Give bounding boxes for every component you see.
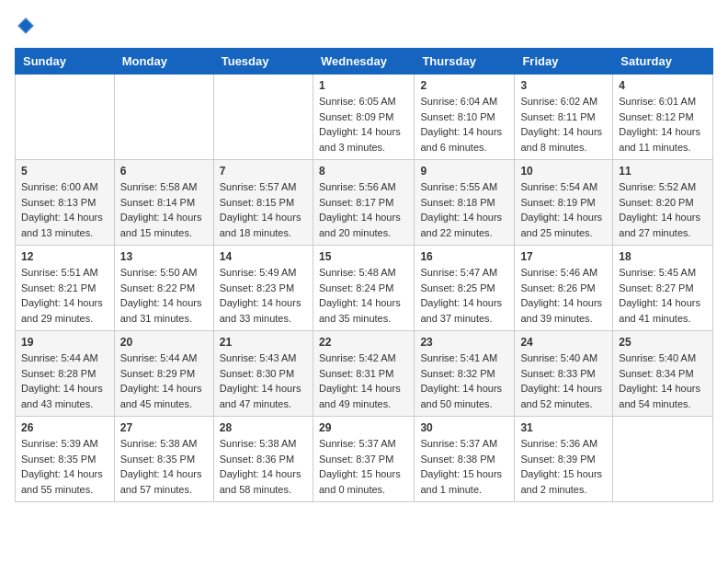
day-of-week-header: Monday: [114, 49, 213, 75]
calendar-cell: 31Sunrise: 5:36 AM Sunset: 8:39 PM Dayli…: [515, 417, 613, 502]
day-info: Sunrise: 5:56 AM Sunset: 8:17 PM Dayligh…: [319, 179, 408, 240]
day-info: Sunrise: 5:42 AM Sunset: 8:31 PM Dayligh…: [319, 350, 408, 411]
day-info: Sunrise: 6:00 AM Sunset: 8:13 PM Dayligh…: [21, 179, 108, 240]
calendar-week-row: 26Sunrise: 5:39 AM Sunset: 8:35 PM Dayli…: [16, 417, 713, 502]
calendar-cell: 2Sunrise: 6:04 AM Sunset: 8:10 PM Daylig…: [415, 75, 515, 160]
calendar-cell: 14Sunrise: 5:49 AM Sunset: 8:23 PM Dayli…: [213, 246, 313, 331]
day-number: 22: [319, 336, 408, 349]
day-info: Sunrise: 5:37 AM Sunset: 8:38 PM Dayligh…: [420, 436, 508, 497]
calendar-week-row: 12Sunrise: 5:51 AM Sunset: 8:21 PM Dayli…: [16, 246, 713, 331]
day-number: 13: [120, 250, 208, 263]
day-info: Sunrise: 5:47 AM Sunset: 8:25 PM Dayligh…: [420, 265, 508, 326]
day-info: Sunrise: 5:54 AM Sunset: 8:19 PM Dayligh…: [520, 179, 607, 240]
calendar-cell: 30Sunrise: 5:37 AM Sunset: 8:38 PM Dayli…: [415, 417, 515, 502]
day-of-week-header: Saturday: [613, 49, 713, 75]
calendar-cell: 17Sunrise: 5:46 AM Sunset: 8:26 PM Dayli…: [515, 246, 613, 331]
day-info: Sunrise: 5:38 AM Sunset: 8:35 PM Dayligh…: [120, 436, 208, 497]
day-info: Sunrise: 6:05 AM Sunset: 8:09 PM Dayligh…: [319, 94, 408, 155]
day-number: 14: [220, 250, 307, 263]
day-info: Sunrise: 6:01 AM Sunset: 8:12 PM Dayligh…: [619, 94, 707, 155]
day-number: 23: [420, 336, 508, 349]
day-number: 8: [319, 165, 408, 178]
calendar-cell: 18Sunrise: 5:45 AM Sunset: 8:27 PM Dayli…: [613, 246, 713, 331]
day-of-week-header: Tuesday: [213, 49, 313, 75]
calendar-header-row: SundayMondayTuesdayWednesdayThursdayFrid…: [16, 49, 713, 75]
calendar-cell: 13Sunrise: 5:50 AM Sunset: 8:22 PM Dayli…: [114, 246, 213, 331]
calendar-cell: 29Sunrise: 5:37 AM Sunset: 8:37 PM Dayli…: [313, 417, 414, 502]
day-info: Sunrise: 5:55 AM Sunset: 8:18 PM Dayligh…: [420, 179, 508, 240]
calendar-cell: 8Sunrise: 5:56 AM Sunset: 8:17 PM Daylig…: [313, 160, 414, 246]
day-info: Sunrise: 5:36 AM Sunset: 8:39 PM Dayligh…: [520, 436, 607, 497]
day-info: Sunrise: 5:52 AM Sunset: 8:20 PM Dayligh…: [619, 179, 707, 240]
calendar-cell: 27Sunrise: 5:38 AM Sunset: 8:35 PM Dayli…: [114, 417, 213, 502]
day-number: 20: [120, 336, 208, 349]
day-info: Sunrise: 5:37 AM Sunset: 8:37 PM Dayligh…: [319, 436, 408, 497]
day-number: 15: [319, 250, 408, 263]
calendar-cell: 19Sunrise: 5:44 AM Sunset: 8:28 PM Dayli…: [16, 331, 115, 417]
day-of-week-header: Thursday: [415, 49, 515, 75]
day-info: Sunrise: 5:43 AM Sunset: 8:30 PM Dayligh…: [220, 350, 307, 411]
calendar-cell: 10Sunrise: 5:54 AM Sunset: 8:19 PM Dayli…: [515, 160, 613, 246]
day-info: Sunrise: 5:39 AM Sunset: 8:35 PM Dayligh…: [21, 436, 108, 497]
day-number: 24: [520, 336, 607, 349]
day-number: 19: [21, 336, 108, 349]
calendar-cell: 20Sunrise: 5:44 AM Sunset: 8:29 PM Dayli…: [114, 331, 213, 417]
calendar-cell: [114, 75, 213, 160]
day-number: 28: [220, 421, 307, 434]
calendar-cell: [16, 75, 115, 160]
calendar-cell: [213, 75, 313, 160]
day-number: 11: [619, 165, 707, 178]
day-info: Sunrise: 5:40 AM Sunset: 8:34 PM Dayligh…: [619, 350, 707, 411]
day-number: 17: [520, 250, 607, 263]
day-info: Sunrise: 5:57 AM Sunset: 8:15 PM Dayligh…: [220, 179, 307, 240]
day-number: 18: [619, 250, 707, 263]
day-info: Sunrise: 5:38 AM Sunset: 8:36 PM Dayligh…: [220, 436, 307, 497]
day-info: Sunrise: 6:04 AM Sunset: 8:10 PM Dayligh…: [420, 94, 508, 155]
calendar-cell: 25Sunrise: 5:40 AM Sunset: 8:34 PM Dayli…: [613, 331, 713, 417]
day-number: 6: [120, 165, 208, 178]
calendar-cell: 7Sunrise: 5:57 AM Sunset: 8:15 PM Daylig…: [213, 160, 313, 246]
day-number: 25: [619, 336, 707, 349]
calendar-cell: 24Sunrise: 5:40 AM Sunset: 8:33 PM Dayli…: [515, 331, 613, 417]
calendar-cell: 12Sunrise: 5:51 AM Sunset: 8:21 PM Dayli…: [16, 246, 115, 331]
day-number: 1: [319, 79, 408, 92]
calendar-table: SundayMondayTuesdayWednesdayThursdayFrid…: [15, 48, 713, 502]
day-number: 10: [520, 165, 607, 178]
day-number: 27: [120, 421, 208, 434]
day-of-week-header: Friday: [515, 49, 613, 75]
calendar-cell: 21Sunrise: 5:43 AM Sunset: 8:30 PM Dayli…: [213, 331, 313, 417]
calendar-cell: 3Sunrise: 6:02 AM Sunset: 8:11 PM Daylig…: [515, 75, 613, 160]
calendar-cell: 22Sunrise: 5:42 AM Sunset: 8:31 PM Dayli…: [313, 331, 414, 417]
day-number: 5: [21, 165, 108, 178]
day-info: Sunrise: 5:50 AM Sunset: 8:22 PM Dayligh…: [120, 265, 208, 326]
day-number: 16: [420, 250, 508, 263]
day-of-week-header: Wednesday: [313, 49, 414, 75]
day-number: 3: [520, 79, 607, 92]
calendar-cell: 26Sunrise: 5:39 AM Sunset: 8:35 PM Dayli…: [16, 417, 115, 502]
day-number: 21: [220, 336, 307, 349]
day-info: Sunrise: 5:49 AM Sunset: 8:23 PM Dayligh…: [220, 265, 307, 326]
calendar-week-row: 5Sunrise: 6:00 AM Sunset: 8:13 PM Daylig…: [16, 160, 713, 246]
day-number: 29: [319, 421, 408, 434]
calendar-cell: 15Sunrise: 5:48 AM Sunset: 8:24 PM Dayli…: [313, 246, 414, 331]
calendar-cell: 5Sunrise: 6:00 AM Sunset: 8:13 PM Daylig…: [16, 160, 115, 246]
day-number: 12: [21, 250, 108, 263]
day-number: 26: [21, 421, 108, 434]
day-info: Sunrise: 5:45 AM Sunset: 8:27 PM Dayligh…: [619, 265, 707, 326]
calendar-cell: 6Sunrise: 5:58 AM Sunset: 8:14 PM Daylig…: [114, 160, 213, 246]
day-of-week-header: Sunday: [16, 49, 115, 75]
day-number: 4: [619, 79, 707, 92]
day-info: Sunrise: 5:44 AM Sunset: 8:28 PM Dayligh…: [21, 350, 108, 411]
calendar-cell: 9Sunrise: 5:55 AM Sunset: 8:18 PM Daylig…: [415, 160, 515, 246]
calendar-week-row: 1Sunrise: 6:05 AM Sunset: 8:09 PM Daylig…: [16, 75, 713, 160]
calendar-cell: 16Sunrise: 5:47 AM Sunset: 8:25 PM Dayli…: [415, 246, 515, 331]
day-number: 30: [420, 421, 508, 434]
calendar-cell: 23Sunrise: 5:41 AM Sunset: 8:32 PM Dayli…: [415, 331, 515, 417]
calendar-cell: 28Sunrise: 5:38 AM Sunset: 8:36 PM Dayli…: [213, 417, 313, 502]
day-number: 31: [520, 421, 607, 434]
day-info: Sunrise: 5:41 AM Sunset: 8:32 PM Dayligh…: [420, 350, 508, 411]
day-info: Sunrise: 5:58 AM Sunset: 8:14 PM Dayligh…: [120, 179, 208, 240]
day-info: Sunrise: 5:40 AM Sunset: 8:33 PM Dayligh…: [520, 350, 607, 411]
day-info: Sunrise: 5:51 AM Sunset: 8:21 PM Dayligh…: [21, 265, 108, 326]
day-info: Sunrise: 6:02 AM Sunset: 8:11 PM Dayligh…: [520, 94, 607, 155]
